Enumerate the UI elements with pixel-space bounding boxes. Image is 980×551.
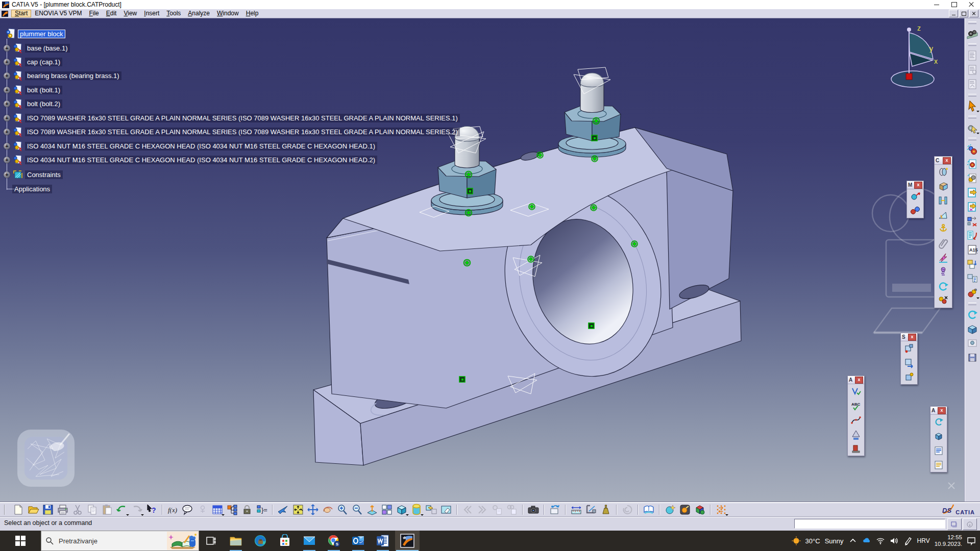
- task-view-button[interactable]: [199, 531, 224, 551]
- multi-view-copy-icon[interactable]: [491, 504, 503, 516]
- coincidence-constraint-icon[interactable]: [938, 166, 949, 178]
- floating-toolbar-move-titlebar[interactable]: M x: [907, 181, 923, 189]
- selection-list-blue-icon[interactable]: [933, 445, 944, 456]
- offset-constraint-icon[interactable]: [938, 195, 949, 206]
- snapshot-icon[interactable]: [549, 504, 561, 516]
- scene-tool-icon[interactable]: [966, 337, 978, 349]
- copy-icon[interactable]: [86, 504, 99, 516]
- toolbar-drag-handle[interactable]: [968, 303, 976, 305]
- taskbar-search[interactable]: [41, 531, 199, 551]
- expander-bolt1[interactable]: +: [4, 87, 10, 93]
- close-icon[interactable]: x: [938, 407, 946, 414]
- update-assembly-icon[interactable]: [966, 309, 978, 321]
- floating-toolbar-annotations2-titlebar[interactable]: A x: [930, 407, 947, 415]
- reuse-pattern-icon[interactable]: [938, 295, 949, 306]
- tree-row-bolt2[interactable]: bolt (bolt.2): [12, 98, 62, 109]
- taskbar-app-catia-active[interactable]: [395, 531, 420, 551]
- stop-manipulate-icon[interactable]: [903, 357, 915, 368]
- pen-icon[interactable]: [903, 536, 913, 545]
- catalog-browser-icon[interactable]: [643, 504, 655, 516]
- graph-tree-reordering-icon[interactable]: [966, 230, 978, 242]
- expander-bolt2[interactable]: +: [4, 101, 10, 107]
- apply-material-icon[interactable]: [694, 504, 706, 516]
- anchor-constraint-icon[interactable]: [938, 223, 949, 235]
- taskbar-app-chrome[interactable]: S: [322, 531, 346, 551]
- measure-item-icon[interactable]: [585, 504, 597, 516]
- tree-row-nut2[interactable]: ISO 4034 NUT M16 STEEL GRADE C HEXAGON H…: [12, 154, 377, 165]
- mdi-close-button[interactable]: [969, 10, 978, 17]
- tree-root-label[interactable]: plummer block: [18, 30, 65, 38]
- expander-nut1[interactable]: +: [4, 143, 10, 149]
- knowledge-browser-icon[interactable]: [182, 504, 194, 516]
- tree-label-bolt1[interactable]: bolt (bolt.1): [25, 86, 62, 94]
- normal-view-icon[interactable]: [366, 504, 378, 516]
- menu-file[interactable]: File: [85, 10, 102, 17]
- taskbar-app-outlook[interactable]: [346, 531, 371, 551]
- taskbar-app-file-explorer[interactable]: [224, 531, 248, 551]
- taskbar-app-mail[interactable]: [297, 531, 322, 551]
- menu-window[interactable]: Window: [213, 10, 242, 17]
- taskbar-app-word[interactable]: [371, 531, 395, 551]
- taskbar-app-store[interactable]: [273, 531, 297, 551]
- cut-icon[interactable]: [71, 504, 84, 516]
- annotation-marker-icon[interactable]: [850, 443, 862, 454]
- isometric-view-icon[interactable]: [396, 504, 408, 516]
- formula-fx-icon[interactable]: f(x): [167, 504, 179, 516]
- selective-load-icon[interactable]: [966, 258, 978, 270]
- quick-constraint-icon[interactable]: [938, 252, 949, 263]
- pan-icon[interactable]: [307, 504, 319, 516]
- mdi-minimize-button[interactable]: [949, 10, 958, 17]
- tree-label-constraints[interactable]: Constraints: [25, 170, 63, 179]
- annotation-spline-icon[interactable]: [850, 414, 862, 425]
- expander-washer1[interactable]: +: [4, 115, 10, 121]
- expander-nut2[interactable]: +: [4, 157, 10, 163]
- flexible-rigid-icon[interactable]: [938, 266, 949, 278]
- floating-toolbar-space-titlebar[interactable]: S x: [901, 333, 917, 341]
- tree-row-applications[interactable]: Applications: [12, 183, 52, 194]
- product-structure-tools-icon[interactable]: [966, 28, 978, 40]
- weather-icon[interactable]: [792, 536, 801, 545]
- taskbar-app-edge[interactable]: [248, 531, 273, 551]
- tree-row-washer2[interactable]: ISO 7089 WASHER 16x30 STEEL GRADE A PLAI…: [12, 126, 460, 137]
- whats-this-icon[interactable]: ?: [145, 504, 158, 516]
- snap-icon[interactable]: [910, 205, 921, 216]
- parameters-icon[interactable]: }=: [256, 504, 268, 516]
- tree-row-root[interactable]: plummer block: [5, 28, 65, 39]
- multi-instantiation-icon[interactable]: n: [966, 287, 978, 299]
- close-icon[interactable]: x: [855, 377, 863, 384]
- action-center-icon[interactable]: [967, 536, 976, 545]
- existing-component-icon[interactable]: [966, 187, 978, 199]
- tray-condition[interactable]: Sunny: [825, 537, 844, 545]
- menu-analyze[interactable]: Analyze: [184, 10, 213, 17]
- menu-view[interactable]: View: [120, 10, 140, 17]
- weld-feature-icon[interactable]: [850, 386, 862, 397]
- ambience-icon[interactable]: [664, 504, 676, 516]
- doc-tool-icon-2[interactable]: [966, 64, 978, 76]
- men-tools[interactable]: Tools: [163, 10, 184, 17]
- knowledge-info-button[interactable]: [963, 518, 977, 530]
- toolbar-drag-handle[interactable]: [968, 21, 976, 24]
- tree-label-nut1[interactable]: ISO 4034 NUT M16 STEEL GRADE C HEXAGON H…: [25, 142, 377, 151]
- expander-cap[interactable]: +: [4, 59, 10, 65]
- new-product-icon[interactable]: [966, 158, 978, 170]
- hide-show-icon[interactable]: [425, 504, 437, 516]
- toolbar-drag-handle[interactable]: [968, 138, 976, 140]
- tree-row-nut1[interactable]: ISO 4034 NUT M16 STEEL GRADE C HEXAGON H…: [12, 140, 377, 152]
- replace-component-icon[interactable]: [966, 215, 978, 228]
- search-input[interactable]: [58, 537, 146, 545]
- rotate-icon[interactable]: [322, 504, 334, 516]
- toolbar-drag-handle[interactable]: [968, 116, 976, 118]
- wifi-icon[interactable]: [876, 536, 885, 545]
- tree-label-nut2[interactable]: ISO 4034 NUT M16 STEEL GRADE C HEXAGON H…: [25, 156, 377, 164]
- render-style-icon[interactable]: [410, 504, 423, 516]
- expander-base[interactable]: +: [4, 45, 10, 52]
- open-icon[interactable]: [27, 504, 39, 516]
- multi-view-icon[interactable]: [381, 504, 393, 516]
- tree-label-washer2[interactable]: ISO 7089 WASHER 16x30 STEEL GRADE A PLAI…: [25, 128, 460, 136]
- existing-component-positioned-icon[interactable]: [966, 201, 978, 213]
- save-icon[interactable]: [42, 504, 54, 516]
- fit-all-in-icon[interactable]: [292, 504, 304, 516]
- snap-grid-icon[interactable]: [715, 504, 727, 516]
- tree-row-bolt1[interactable]: bolt (bolt.1): [12, 84, 62, 95]
- zoom-in-icon[interactable]: [336, 504, 349, 516]
